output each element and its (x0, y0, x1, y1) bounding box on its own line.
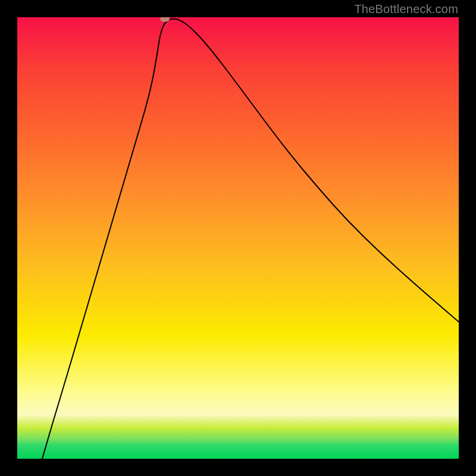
min-point-marker (160, 17, 170, 22)
watermark-text: TheBottleneck.com (354, 2, 458, 16)
chart-frame: TheBottleneck.com (0, 0, 476, 476)
curve-layer (17, 17, 459, 459)
bottleneck-curve (42, 19, 459, 459)
plot-area (17, 17, 459, 459)
